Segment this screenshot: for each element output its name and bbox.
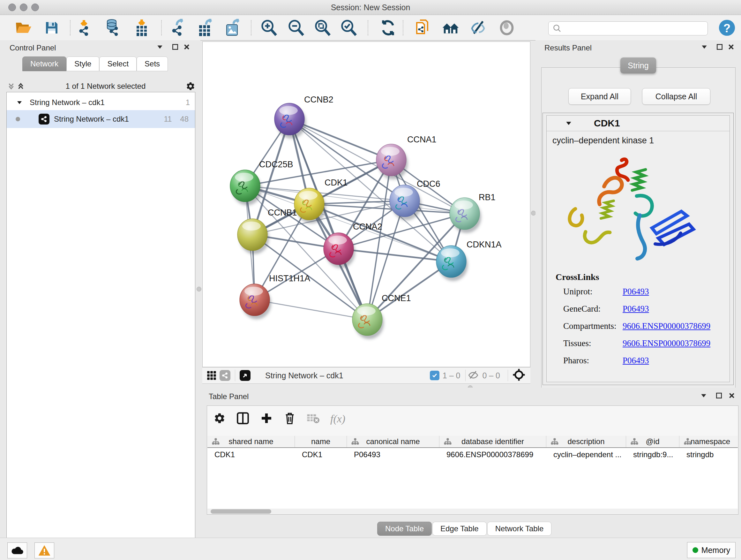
table-cell[interactable]: stringdb:9... xyxy=(626,450,679,459)
home-button[interactable] xyxy=(441,18,460,37)
help-button[interactable]: ? xyxy=(718,18,737,37)
column-header-canonical-name[interactable]: canonical name xyxy=(347,436,440,447)
table-cell[interactable]: CDK1 xyxy=(207,450,295,459)
expand-all-button[interactable]: Expand All xyxy=(568,88,631,105)
column-header-database-identifier[interactable]: database identifier xyxy=(440,436,546,447)
collapse-all-button[interactable]: Collapse All xyxy=(642,88,711,105)
grid-view-icon[interactable] xyxy=(207,371,216,380)
zoom-fit-button[interactable] xyxy=(313,18,332,37)
tab-select[interactable]: Select xyxy=(99,57,137,71)
table-panel-float-icon[interactable] xyxy=(714,391,724,400)
network-view-type-icon[interactable] xyxy=(219,370,230,381)
crosslink-link[interactable]: P06493 xyxy=(623,287,649,297)
tab-edge-table[interactable]: Edge Table xyxy=(432,522,487,536)
crosslink-link[interactable]: 9606.ENSP00000378699 xyxy=(623,338,711,348)
network-from-selection-button[interactable] xyxy=(414,18,433,37)
network-collection-row[interactable]: String Network – cdk1 1 xyxy=(7,95,195,110)
results-panel-close-icon[interactable] xyxy=(726,42,736,52)
table-hscrollbar[interactable] xyxy=(207,509,738,514)
network-node-CCNA1[interactable]: CCNA1 xyxy=(376,135,436,179)
collection-collapse-icon[interactable] xyxy=(16,99,23,106)
crosslink-label: Pharos: xyxy=(563,356,623,366)
control-panel-float-icon[interactable] xyxy=(171,42,180,52)
table-panel: Table Panel f(x) shared namenamecanonica… xyxy=(202,388,741,538)
column-header-shared-name[interactable]: shared name xyxy=(207,436,295,447)
export-table-button[interactable] xyxy=(196,18,215,37)
protein-collapse-icon[interactable] xyxy=(565,120,572,127)
table-cell[interactable]: 9606.ENSP00000378699 xyxy=(440,450,546,459)
delete-column-icon[interactable] xyxy=(284,412,296,426)
memory-button[interactable]: Memory xyxy=(687,542,736,558)
network-graph[interactable]: CCNB2CCNA1CDC25BCDK1CDC6RB1CCNB1CCNA2CDK… xyxy=(203,42,530,367)
table-row[interactable]: CDK1CDK1P064939606.ENSP00000378699cyclin… xyxy=(207,448,738,461)
import-network-file-button[interactable] xyxy=(75,18,94,37)
export-network-button[interactable] xyxy=(169,18,188,37)
column-header--id[interactable]: @id xyxy=(626,436,679,447)
control-panel-menu-icon[interactable] xyxy=(155,42,165,52)
column-header-name[interactable]: name xyxy=(295,436,347,447)
network-node-CCNB1[interactable]: CCNB1 xyxy=(238,208,297,254)
network-node-RB1[interactable]: RB1 xyxy=(450,192,495,233)
crosslink-link[interactable]: 9606.ENSP00000378699 xyxy=(623,321,711,331)
collection-count: 1 xyxy=(186,98,190,107)
add-column-icon[interactable] xyxy=(260,412,273,426)
crosslink-link[interactable]: P06493 xyxy=(623,304,649,314)
show-columns-icon[interactable] xyxy=(237,412,249,426)
network-row-selected[interactable]: String Network – cdk1 11 48 xyxy=(7,110,195,128)
tab-string[interactable]: String xyxy=(620,57,656,73)
crosslink-link[interactable]: P06493 xyxy=(623,356,649,366)
node-table[interactable]: shared namenamecanonical namedatabase id… xyxy=(207,436,738,509)
search-box[interactable] xyxy=(548,21,708,36)
table-cell[interactable]: CDK1 xyxy=(295,450,347,459)
network-node-HIST1H1A[interactable]: HIST1H1A xyxy=(240,273,310,319)
collapse-all-networks-icon[interactable] xyxy=(6,81,16,91)
tab-sets[interactable]: Sets xyxy=(137,57,168,71)
save-session-button[interactable] xyxy=(42,18,61,37)
zoom-selected-button[interactable] xyxy=(339,18,358,37)
network-node-CCNE1[interactable]: CCNE1 xyxy=(352,294,411,339)
table-options-gear-icon[interactable] xyxy=(213,412,226,426)
fit-selected-crosshair-icon[interactable] xyxy=(513,368,525,382)
results-panel-menu-icon[interactable] xyxy=(699,42,709,52)
zoom-in-button[interactable] xyxy=(259,18,278,37)
hidden-eye-icon[interactable] xyxy=(468,370,479,381)
cloud-status-button[interactable] xyxy=(7,543,27,558)
table-cell[interactable]: P06493 xyxy=(347,450,440,459)
table-cell[interactable]: cyclin–dependent ... xyxy=(546,450,626,459)
tab-network[interactable]: Network xyxy=(22,57,66,71)
column-header-namespace[interactable]: namespace xyxy=(679,436,738,447)
search-input[interactable] xyxy=(564,24,708,33)
protein-card-header[interactable]: CDK1 xyxy=(547,116,730,131)
zoom-out-button[interactable] xyxy=(286,18,306,37)
apply-layout-button[interactable] xyxy=(379,18,398,37)
birds-eye-toggle-button[interactable] xyxy=(497,18,516,37)
control-panel-close-icon[interactable] xyxy=(182,42,192,52)
network-node-CDKN1A[interactable]: CDKN1A xyxy=(436,240,502,281)
table-hscrollbar-thumb[interactable] xyxy=(211,509,271,514)
network-edge-HIST1H1A-CCNE1[interactable] xyxy=(255,300,367,320)
table-panel-menu-icon[interactable] xyxy=(699,391,709,400)
import-table-button[interactable] xyxy=(132,18,151,37)
warnings-button[interactable] xyxy=(35,543,54,558)
network-current-dot-icon xyxy=(16,117,20,121)
network-node-CDC6[interactable]: CDC6 xyxy=(390,179,441,220)
birds-eye-open-icon[interactable] xyxy=(240,370,251,381)
network-options-gear-icon[interactable] xyxy=(186,81,195,91)
table-tabs: Node TableEdge TableNetwork Table xyxy=(377,522,552,536)
selected-checkbox-icon[interactable] xyxy=(430,371,440,380)
results-panel-float-icon[interactable] xyxy=(715,42,724,52)
tab-node-table[interactable]: Node Table xyxy=(377,522,432,536)
expand-all-networks-icon[interactable] xyxy=(16,81,25,91)
left-splitter-handle[interactable] xyxy=(197,287,201,292)
tab-network-table[interactable]: Network Table xyxy=(487,522,552,536)
table-cell[interactable]: stringdb xyxy=(679,450,738,459)
table-panel-close-icon[interactable] xyxy=(727,391,737,400)
show-hide-graphics-details-button[interactable] xyxy=(469,18,488,37)
import-network-database-button[interactable] xyxy=(103,18,122,37)
network-canvas[interactable]: CCNB2CCNA1CDC25BCDK1CDC6RB1CCNB1CCNA2CDK… xyxy=(202,42,530,367)
tab-style[interactable]: Style xyxy=(66,57,99,71)
right-splitter-handle[interactable] xyxy=(531,211,536,215)
open-session-button[interactable] xyxy=(14,18,33,37)
column-header-description[interactable]: description xyxy=(546,436,626,447)
export-image-button[interactable] xyxy=(223,18,242,37)
